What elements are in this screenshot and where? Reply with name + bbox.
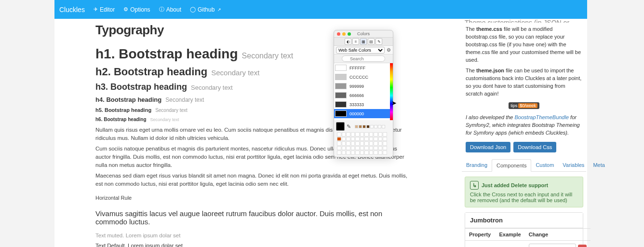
swatch-cell[interactable]	[337, 132, 341, 137]
swatch-cell[interactable]	[351, 141, 355, 146]
nav-options[interactable]: ⚙Options	[123, 6, 150, 13]
swatch-cell[interactable]	[342, 151, 346, 155]
tips-badge[interactable]: tips$0/week	[509, 102, 539, 109]
swatch-cell[interactable]	[378, 132, 383, 137]
nav-editor[interactable]: ✈Editor	[94, 6, 115, 13]
swatch-cell[interactable]	[355, 141, 360, 146]
swatch-cell[interactable]	[351, 137, 355, 141]
color-row-selected[interactable]: 000000	[334, 109, 393, 118]
swatch-cell[interactable]	[337, 146, 341, 151]
swatch-cell[interactable]	[374, 137, 378, 141]
padding-input[interactable]	[529, 244, 576, 247]
swatch-cell[interactable]	[378, 137, 383, 141]
tab-custom[interactable]: Custom	[531, 159, 558, 171]
swatch-cell[interactable]	[355, 132, 360, 137]
swatch-cell[interactable]	[383, 141, 387, 146]
spectrum-mode-icon[interactable]: ▤	[368, 38, 375, 45]
swatch-cell[interactable]	[378, 151, 383, 155]
color-picker-window[interactable]: Colors ◐ ≡ ▦ ▤ ✎ Web Safe Colors ⚙ FFFFF…	[334, 30, 393, 157]
swatch-cell[interactable]	[369, 151, 374, 155]
swatch-cell[interactable]	[374, 141, 378, 146]
swatch-cell[interactable]	[346, 137, 350, 141]
picker-color-list[interactable]: FFFFFF CCCCCC 999999 666666 333333 00000…	[334, 63, 393, 120]
tab-branding[interactable]: Branding	[462, 159, 492, 171]
picker-gear-icon[interactable]: ⚙	[387, 47, 391, 53]
download-json-button[interactable]: Download Json	[466, 142, 510, 152]
swatch-cell[interactable]	[360, 146, 364, 151]
picker-search-input[interactable]	[342, 55, 385, 62]
custom-swatch-grid[interactable]	[337, 132, 391, 155]
swatch-cell[interactable]	[360, 137, 364, 141]
swatch-cell[interactable]	[346, 141, 350, 146]
tab-components[interactable]: Components	[492, 159, 531, 172]
swatch-cell[interactable]	[364, 146, 369, 151]
pencils-mode-icon[interactable]: ✎	[376, 38, 382, 45]
swatch-cell[interactable]	[355, 146, 360, 151]
color-row[interactable]: CCCCCC	[334, 72, 393, 82]
recent-color[interactable]	[362, 125, 366, 128]
swatch-cell[interactable]	[369, 146, 374, 151]
swatch-cell[interactable]	[378, 146, 383, 151]
sliders-mode-icon[interactable]: ≡	[352, 38, 359, 45]
recent-color[interactable]	[366, 125, 370, 128]
swatch-cell[interactable]	[337, 137, 341, 141]
eyedropper-icon[interactable]: ✎	[347, 124, 351, 130]
swatch-cell[interactable]	[351, 151, 355, 155]
swatch-cell[interactable]	[360, 132, 364, 137]
recent-color[interactable]	[382, 125, 385, 128]
color-row[interactable]: FFFFFF	[334, 63, 393, 72]
recent-color[interactable]	[378, 125, 381, 128]
swatch-cell[interactable]	[360, 141, 364, 146]
swatch-cell[interactable]	[364, 137, 369, 141]
swatch-cell[interactable]	[369, 132, 374, 137]
swatch-cell[interactable]	[337, 151, 341, 155]
swatch-cell[interactable]	[374, 151, 378, 155]
color-row[interactable]: 999999	[334, 82, 393, 91]
swatch-cell[interactable]	[369, 137, 374, 141]
palette-mode-icon[interactable]: ▦	[360, 38, 367, 45]
recent-color[interactable]	[359, 125, 362, 128]
delete-button[interactable]: ✕	[578, 245, 587, 247]
swatch-cell[interactable]	[383, 132, 387, 137]
swatch-cell[interactable]	[342, 141, 346, 146]
swatch-cell[interactable]	[355, 137, 360, 141]
swatch-cell[interactable]	[351, 146, 355, 151]
swatch-cell[interactable]	[364, 151, 369, 155]
picker-titlebar[interactable]: Colors	[334, 30, 393, 37]
swatch-cell[interactable]	[383, 151, 387, 155]
palette-select[interactable]: Web Safe Colors	[336, 47, 385, 54]
color-row[interactable]: 333333	[334, 100, 393, 109]
wheel-mode-icon[interactable]: ◐	[345, 38, 351, 45]
nav-about[interactable]: ⓘAbout	[159, 6, 181, 13]
swatch-cell[interactable]	[378, 141, 383, 146]
swatch-cell[interactable]	[374, 146, 378, 151]
swatch-cell[interactable]	[383, 137, 387, 141]
swatch-cell[interactable]	[360, 151, 364, 155]
tab-variables[interactable]: Variables	[558, 159, 589, 171]
swatch-cell[interactable]	[342, 146, 346, 151]
swatch-cell[interactable]	[346, 146, 350, 151]
current-color-swatch[interactable]	[336, 122, 345, 131]
swatch-cell[interactable]	[342, 132, 346, 137]
recent-color[interactable]	[370, 125, 374, 128]
swatch-cell[interactable]	[364, 141, 369, 146]
swatch-cell[interactable]	[383, 146, 387, 151]
recent-color[interactable]	[355, 125, 358, 128]
bootstrap-theme-bundle-link[interactable]: BoostrapThemeBundle	[515, 114, 569, 120]
swatch-cell[interactable]	[337, 141, 341, 146]
recent-color[interactable]	[374, 125, 377, 128]
swatch-cell[interactable]	[346, 132, 350, 137]
swatch-cell[interactable]	[351, 132, 355, 137]
hue-strip[interactable]	[390, 63, 393, 120]
tab-meta[interactable]: Meta	[589, 159, 609, 171]
swatch-cell[interactable]	[369, 141, 374, 146]
color-row[interactable]: 666666	[334, 91, 393, 100]
swatch-cell[interactable]	[355, 151, 360, 155]
swatch-cell[interactable]	[374, 132, 378, 137]
nav-github[interactable]: ◯Github↗	[190, 6, 221, 13]
download-css-button[interactable]: Download Css	[513, 142, 556, 152]
swatch-cell[interactable]	[342, 137, 346, 141]
swatch-cell[interactable]	[364, 132, 369, 137]
brand-logo[interactable]: Cluckles	[59, 6, 85, 14]
swatch-cell[interactable]	[346, 151, 350, 155]
